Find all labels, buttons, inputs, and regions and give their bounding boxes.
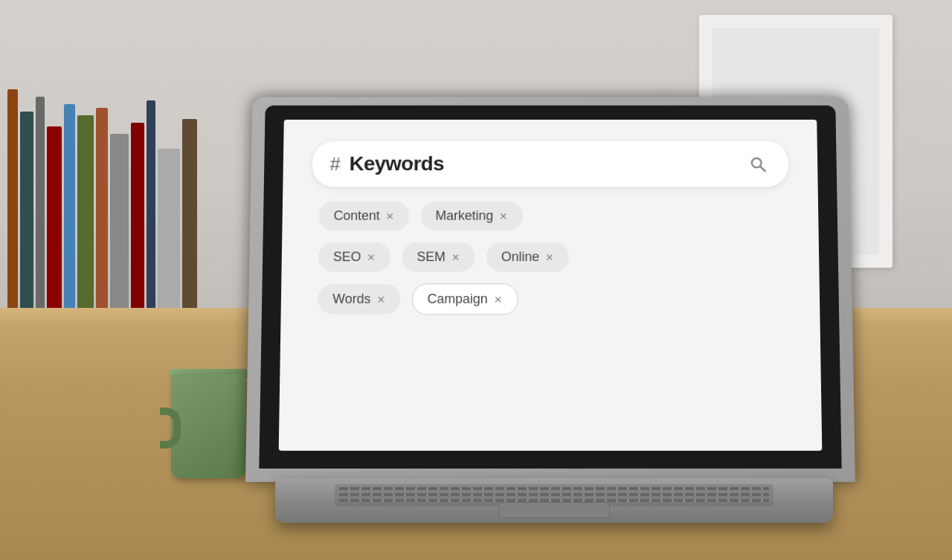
tag-sem[interactable]: SEM ✕ — [402, 242, 475, 272]
tag-online[interactable]: Online ✕ — [486, 242, 569, 272]
tag-seo-label: SEO — [333, 250, 361, 265]
tags-row-3: Words ✕ Campaign ✕ — [318, 283, 783, 315]
keyboard-row-1 — [339, 487, 769, 490]
mug-body — [171, 374, 245, 478]
screen-content: # Keywords — [279, 120, 823, 451]
mug — [160, 352, 257, 478]
tag-words[interactable]: Words ✕ — [318, 284, 400, 314]
book-12 — [182, 119, 197, 327]
tag-marketing-remove[interactable]: ✕ — [499, 210, 508, 222]
laptop-touchpad[interactable] — [498, 502, 610, 518]
tag-campaign[interactable]: Campaign ✕ — [412, 283, 518, 315]
keyboard-row-2 — [339, 493, 769, 496]
tag-marketing[interactable]: Marketing ✕ — [421, 202, 523, 231]
tag-seo-remove[interactable]: ✕ — [367, 251, 376, 263]
tag-words-label: Words — [332, 292, 370, 307]
mug-handle — [160, 408, 181, 448]
laptop-screen: # Keywords — [279, 120, 823, 451]
tag-marketing-label: Marketing — [435, 208, 493, 223]
tag-campaign-remove[interactable]: ✕ — [494, 293, 503, 305]
tag-sem-remove[interactable]: ✕ — [451, 251, 460, 263]
laptop-screen-assembly: # Keywords — [245, 97, 855, 482]
tag-content-label: Content — [333, 208, 379, 223]
laptop-screen-bezel: # Keywords — [259, 106, 841, 469]
tag-content-remove[interactable]: ✕ — [385, 210, 394, 222]
tags-row-2: SEO ✕ SEM ✕ Online ✕ — [318, 242, 782, 272]
tags-area: Content ✕ Marketing ✕ — [310, 202, 791, 315]
book-10 — [147, 100, 155, 327]
book-6 — [77, 115, 94, 327]
tag-online-remove[interactable]: ✕ — [545, 251, 554, 263]
laptop-base — [275, 478, 833, 523]
laptop: # Keywords — [245, 91, 855, 523]
book-9 — [131, 123, 144, 327]
tag-online-label: Online — [501, 250, 539, 265]
tag-words-remove[interactable]: ✕ — [376, 293, 385, 305]
search-bar[interactable]: # Keywords — [312, 141, 789, 187]
book-5 — [64, 104, 75, 327]
hash-symbol: # — [329, 152, 341, 175]
book-1 — [7, 89, 18, 327]
tag-seo[interactable]: SEO ✕ — [318, 242, 390, 272]
books-shelf — [0, 45, 216, 327]
scene: # Keywords — [0, 0, 952, 560]
book-4 — [47, 126, 62, 327]
book-7 — [96, 108, 108, 327]
tag-sem-label: SEM — [416, 250, 446, 265]
book-8 — [110, 134, 129, 327]
tags-row-1: Content ✕ Marketing ✕ — [319, 202, 782, 231]
book-11 — [158, 149, 180, 327]
search-input[interactable]: Keywords — [349, 152, 736, 176]
tag-content[interactable]: Content ✕ — [319, 202, 410, 231]
book-3 — [36, 97, 45, 327]
tag-campaign-label: Campaign — [427, 292, 487, 307]
svg-line-1 — [760, 167, 765, 171]
search-icon[interactable] — [744, 151, 771, 177]
book-2 — [20, 112, 33, 327]
